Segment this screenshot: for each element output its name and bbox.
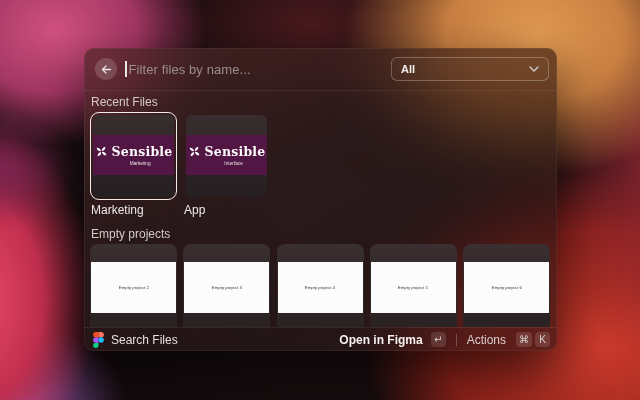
search-header: Filter files by name... All	[84, 48, 557, 90]
project-slide-label: Empty project 4	[305, 285, 335, 289]
empty-projects-row: Empty project 2 Empty project 3 Empty pr…	[90, 244, 550, 327]
recent-files-labels: Marketing App	[91, 203, 277, 217]
empty-project-card[interactable]: Empty project 2	[90, 244, 177, 327]
k-key-badge: K	[535, 332, 550, 347]
figma-quick-search-window: Filter files by name... All Recent Files	[84, 48, 557, 351]
brand-subtitle: Marketing	[130, 161, 151, 166]
project-slide: Empty project 5	[371, 262, 456, 313]
project-slide: Empty project 4	[278, 262, 363, 313]
empty-projects-title: Empty projects	[91, 227, 170, 241]
file-thumbnail: Sensible Interface	[186, 115, 267, 197]
file-card-app[interactable]: Sensible Interface	[183, 112, 270, 200]
return-key-badge: ↵	[431, 332, 446, 347]
sensible-logo-icon	[95, 145, 108, 158]
project-slide-label: Empty project 3	[212, 285, 242, 289]
empty-project-card[interactable]: Empty project 5	[370, 244, 457, 327]
chevron-down-icon	[529, 66, 539, 72]
file-thumbnail: Sensible Marketing	[93, 115, 174, 197]
project-slide: Empty project 3	[184, 262, 269, 313]
footer-app-context: Search Files	[93, 332, 178, 348]
empty-project-card[interactable]: Empty project 3	[183, 244, 270, 327]
brand-wordmark: Sensible	[112, 144, 173, 159]
filter-dropdown-value: All	[401, 63, 415, 75]
brand-wordmark: Sensible	[205, 144, 266, 159]
search-placeholder: Filter files by name...	[129, 62, 251, 77]
project-slide: Empty project 2	[91, 262, 176, 313]
file-card-marketing[interactable]: Sensible Marketing	[90, 112, 177, 200]
recent-files-row: Sensible Marketing	[90, 112, 270, 200]
empty-project-card[interactable]: Empty project 6	[463, 244, 550, 327]
file-label-marketing: Marketing	[91, 203, 184, 217]
project-slide-label: Empty project 6	[491, 285, 521, 289]
filter-dropdown[interactable]: All	[391, 57, 549, 81]
figma-logo-icon	[93, 332, 104, 348]
text-caret	[125, 61, 127, 77]
footer-app-name: Search Files	[111, 333, 178, 347]
thumbnail-banner: Sensible Marketing	[93, 135, 174, 175]
project-slide-label: Empty project 5	[398, 285, 428, 289]
open-in-figma-button[interactable]: Open in Figma	[339, 333, 422, 347]
footer-separator	[456, 334, 457, 346]
recent-files-title: Recent Files	[91, 95, 158, 109]
desktop-wallpaper: Filter files by name... All Recent Files	[0, 0, 640, 400]
footer-bar: Search Files Open in Figma ↵ Actions ⌘ K	[84, 327, 557, 351]
arrow-left-icon	[100, 63, 113, 76]
search-input[interactable]: Filter files by name...	[125, 48, 385, 90]
command-key-badge: ⌘	[516, 332, 532, 347]
sensible-logo-icon	[188, 145, 201, 158]
header-divider	[84, 90, 557, 91]
thumbnail-banner: Sensible Interface	[186, 135, 267, 175]
file-label-app: App	[184, 203, 277, 217]
empty-project-card[interactable]: Empty project 4	[277, 244, 364, 327]
project-slide: Empty project 6	[464, 262, 549, 313]
brand-subtitle: Interface	[224, 161, 243, 166]
actions-button[interactable]: Actions	[467, 333, 506, 347]
footer-actions: Open in Figma ↵ Actions ⌘ K	[339, 332, 550, 347]
project-slide-label: Empty project 2	[118, 285, 148, 289]
back-button[interactable]	[95, 58, 117, 80]
